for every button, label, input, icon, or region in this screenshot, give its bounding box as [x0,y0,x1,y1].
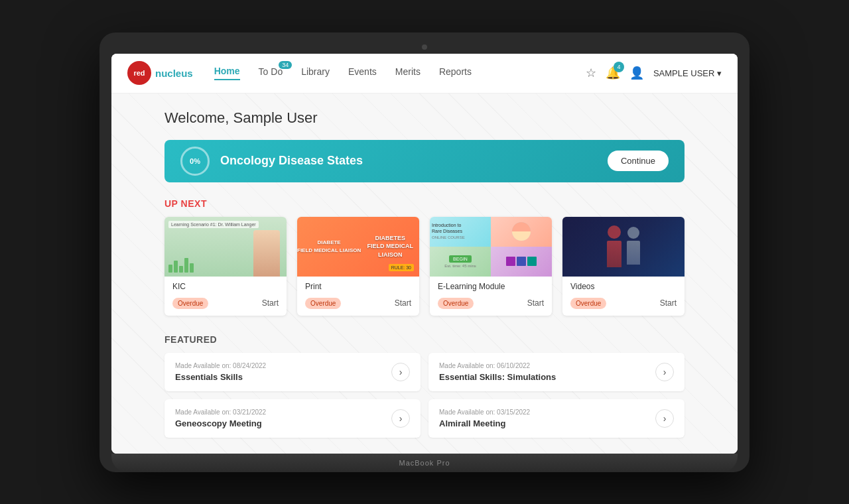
main-content: Welcome, Sample User 0% Oncology Disease… [111,94,738,454]
banner-course-title: Oncology Disease States [220,154,597,168]
nav-item-merits[interactable]: Merits [395,66,421,80]
card-print-start[interactable]: Start [395,298,411,308]
laptop-frame: red nucleus Home To Do 34 Library Events… [99,32,750,472]
header-right: ☆ 🔔 4 👤 SAMPLE USER ▾ [586,66,722,80]
card-kic-title: KIC [172,282,279,291]
logo-circle: red [127,61,151,85]
card-elearning-badge: Overdue [438,298,474,309]
main-nav: Home To Do 34 Library Events Merits Repo… [214,66,586,80]
card-kic-start[interactable]: Start [262,298,279,308]
featured-arrow-1[interactable]: › [655,363,674,381]
featured-arrow-3[interactable]: › [655,409,674,428]
laptop-model-label: MacBook Pro [399,459,450,467]
user-avatar-icon[interactable]: 👤 [629,66,644,80]
featured-item-0[interactable]: Made Available on: 08/24/2022 Essentials… [164,353,421,391]
card-print: DIABETESFIELD MEDICAL LIAISON RULE: 30 P… [297,217,419,316]
featured-item-1[interactable]: Made Available on: 06/10/2022 Essential … [428,353,685,391]
featured-date-2: Made Available on: 03/21/2022 [175,409,266,416]
welcome-heading: Welcome, Sample User [164,109,685,127]
card-videos-title: Videos [570,282,677,291]
card-kic: Learning Scenario #1: Dr. William Langer [164,217,287,316]
app-container: red nucleus Home To Do 34 Library Events… [111,54,738,454]
featured-title-3: Almirall Meeting [439,418,530,428]
nav-item-todo[interactable]: To Do 34 [259,66,283,80]
featured-title-0: Essentials Skills [175,372,266,382]
featured-item-3[interactable]: Made Available on: 03/15/2022 Almirall M… [428,399,685,438]
logo-area[interactable]: red nucleus [127,61,193,85]
nav-item-home[interactable]: Home [214,66,240,80]
card-videos-image [562,217,685,277]
featured-title-2: Geneoscopy Meeting [175,418,266,428]
nav-item-events[interactable]: Events [348,66,377,80]
featured-grid: Made Available on: 08/24/2022 Essentials… [164,353,685,438]
card-kic-badge: Overdue [172,298,208,309]
up-next-label: UP NEXT [164,198,685,209]
nav-item-reports[interactable]: Reports [439,66,472,80]
laptop-base: MacBook Pro [111,454,738,472]
card-kic-image: Learning Scenario #1: Dr. William Langer [164,217,287,277]
user-label[interactable]: SAMPLE USER ▾ [653,68,722,78]
bell-wrapper[interactable]: 🔔 4 [606,66,620,80]
logo-nucleus-text: nucleus [155,68,193,79]
card-print-badge: Overdue [305,298,341,309]
camera-dot [422,44,427,50]
logo-red-text: red [133,70,145,77]
favorites-icon[interactable]: ☆ [586,66,596,80]
app-header: red nucleus Home To Do 34 Library Events… [111,54,738,94]
featured-date-1: Made Available on: 06/10/2022 [439,362,556,369]
card-elearning-title: E-Learning Module [438,282,544,291]
featured-label: FEATURED [164,334,685,345]
card-videos-start[interactable]: Start [660,298,677,308]
nav-item-library[interactable]: Library [301,66,330,80]
card-elearning: Introduction to Rare Diseases ONLINE COU… [430,217,552,316]
card-videos-badge: Overdue [570,298,606,309]
card-print-title: Print [305,282,411,291]
card-print-image: DIABETESFIELD MEDICAL LIAISON RULE: 30 [297,217,419,277]
up-next-cards: Learning Scenario #1: Dr. William Langer [164,217,685,316]
featured-date-3: Made Available on: 03/15/2022 [439,409,530,416]
continue-button[interactable]: Continue [608,151,669,171]
featured-item-2[interactable]: Made Available on: 03/21/2022 Geneoscopy… [164,399,421,438]
bell-badge: 4 [614,62,624,72]
featured-date-0: Made Available on: 08/24/2022 [175,362,266,369]
featured-arrow-0[interactable]: › [391,363,410,381]
featured-title-1: Essential Skills: Simulations [439,372,556,382]
progress-banner: 0% Oncology Disease States Continue [164,140,685,182]
laptop-screen: red nucleus Home To Do 34 Library Events… [111,54,738,454]
todo-badge: 34 [279,61,292,69]
card-elearning-start[interactable]: Start [527,298,544,308]
featured-arrow-2[interactable]: › [391,409,410,428]
card-elearning-image: Introduction to Rare Diseases ONLINE COU… [430,217,552,277]
card-videos: Videos Overdue Start [562,217,685,316]
progress-circle: 0% [180,147,210,176]
